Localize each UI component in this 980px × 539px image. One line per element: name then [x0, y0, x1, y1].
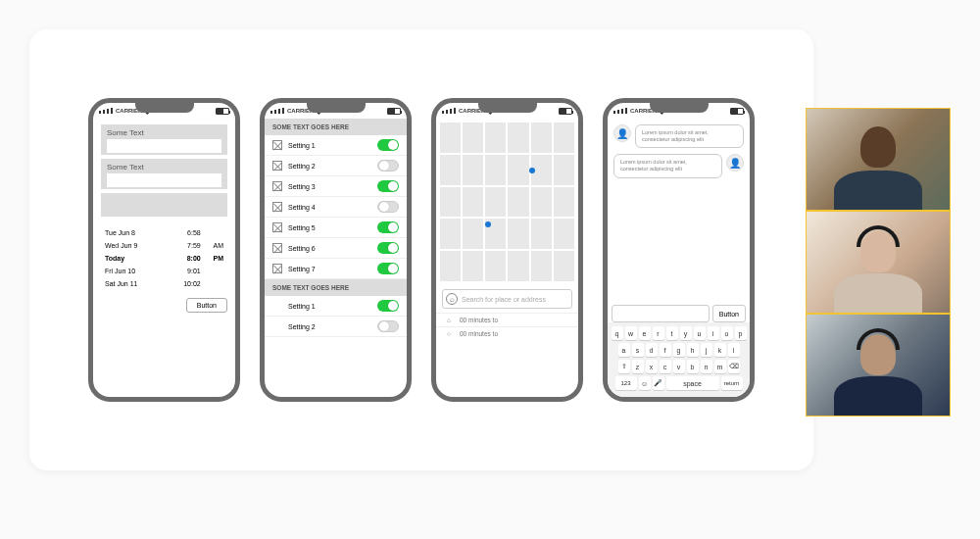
avatar-icon: 👤	[613, 124, 631, 142]
video-participant-tile[interactable]	[806, 211, 951, 314]
toggle-switch[interactable]	[377, 263, 399, 274]
key-q[interactable]: q	[612, 326, 623, 340]
key-o[interactable]: o	[721, 326, 733, 340]
battery-icon	[387, 108, 401, 115]
key-r[interactable]: r	[653, 326, 664, 340]
date-time-picker[interactable]: Tue Jun 86:58 Wed Jun 97:59AM Today8:00P…	[101, 226, 227, 290]
key-a[interactable]: a	[618, 343, 630, 357]
key-123[interactable]: 123	[615, 376, 637, 390]
phone-mockup-schedule: CARRIER⬙ Some Text Some Text Tue Jun 86:…	[88, 98, 240, 402]
map-pin[interactable]	[485, 221, 491, 227]
checkbox-icon[interactable]	[272, 140, 282, 150]
checkbox-icon[interactable]	[272, 264, 282, 273]
key-h[interactable]: h	[687, 343, 699, 357]
key-l[interactable]: l	[728, 343, 740, 357]
setting-row[interactable]: Setting 1	[265, 296, 407, 317]
toggle-switch[interactable]	[377, 221, 399, 233]
key-p[interactable]: p	[735, 326, 747, 340]
search-icon: ⌕	[446, 293, 458, 305]
toggle-switch[interactable]	[377, 160, 399, 172]
setting-label: Setting 5	[288, 224, 377, 231]
setting-row[interactable]: Setting 3	[265, 176, 407, 197]
wireframe-card: CARRIER⬙ Some Text Some Text Tue Jun 86:…	[29, 29, 813, 470]
section-header: SOME TEXT GOES HERE	[265, 279, 407, 296]
message-bubble: Lorem ipsum dolor sit amet, consectetur …	[613, 154, 722, 177]
text-field-1[interactable]: Some Text	[101, 124, 227, 155]
setting-label: Setting 1	[288, 142, 377, 149]
key-x[interactable]: x	[646, 360, 658, 373]
key-u[interactable]: u	[694, 326, 706, 340]
checkbox-icon[interactable]	[272, 161, 282, 171]
avatar-icon: 👤	[726, 154, 744, 172]
key-g[interactable]: g	[673, 343, 685, 357]
map-pin[interactable]	[529, 168, 535, 173]
send-button[interactable]: Button	[712, 305, 746, 322]
key-t[interactable]: t	[666, 326, 678, 340]
toggle-switch[interactable]	[377, 180, 399, 192]
text-field-2[interactable]: Some Text	[101, 159, 227, 189]
setting-label: Setting 4	[288, 204, 377, 211]
setting-row[interactable]: Setting 4	[265, 197, 407, 218]
key-z[interactable]: z	[632, 360, 644, 373]
destination-home[interactable]: ⌂00 minutes to	[436, 313, 578, 326]
key-w[interactable]: w	[625, 326, 637, 340]
key-i[interactable]: i	[708, 326, 719, 340]
key-n[interactable]: n	[701, 360, 712, 373]
key-space[interactable]: space	[666, 376, 719, 390]
key-⌫[interactable]: ⌫	[728, 360, 740, 373]
key-v[interactable]: v	[673, 360, 685, 373]
setting-row[interactable]: Setting 5	[265, 218, 407, 238]
message-input[interactable]	[612, 305, 710, 322]
setting-row[interactable]: Setting 1	[265, 135, 407, 156]
section-header: SOME TEXT GOES HERE	[265, 119, 407, 135]
key-y[interactable]: y	[680, 326, 692, 340]
submit-button[interactable]: Button	[186, 298, 227, 313]
toggle-switch[interactable]	[377, 201, 399, 213]
key-d[interactable]: d	[646, 343, 658, 357]
map-view[interactable]	[436, 119, 578, 285]
key-m[interactable]: m	[714, 360, 726, 373]
key-⇧[interactable]: ⇧	[618, 360, 630, 373]
phone-notch	[650, 103, 709, 113]
key-e[interactable]: e	[639, 326, 651, 340]
picker-row-selected[interactable]: Today8:00PM	[105, 252, 223, 265]
checkbox-icon[interactable]	[272, 243, 282, 253]
setting-row[interactable]: Setting 2	[265, 317, 407, 337]
key-k[interactable]: k	[714, 343, 726, 357]
picker-row[interactable]: Fri Jun 109:01	[105, 265, 223, 277]
setting-row[interactable]: Setting 6	[265, 238, 407, 259]
content-block	[101, 193, 227, 217]
picker-row[interactable]: Tue Jun 86:58	[105, 226, 223, 239]
setting-label: Setting 1	[288, 303, 377, 310]
setting-row[interactable]: Setting 2	[265, 156, 407, 176]
checkbox-icon[interactable]	[272, 222, 282, 232]
picker-row[interactable]: Wed Jun 97:59AM	[105, 239, 223, 252]
setting-label: Setting 7	[288, 266, 377, 272]
key-b[interactable]: b	[687, 360, 699, 373]
toggle-switch[interactable]	[377, 300, 399, 312]
key-c[interactable]: c	[660, 360, 671, 373]
battery-icon	[216, 108, 229, 115]
video-participant-tile[interactable]	[806, 108, 951, 211]
signal-icon	[442, 108, 456, 114]
key-j[interactable]: j	[701, 343, 712, 357]
setting-row[interactable]: Setting 7	[265, 259, 407, 279]
key-mic[interactable]: 🎤	[653, 376, 664, 390]
destination-other[interactable]: ○00 minutes to	[436, 326, 578, 340]
toggle-switch[interactable]	[377, 242, 399, 254]
checkbox-icon[interactable]	[272, 181, 282, 191]
toggle-switch[interactable]	[377, 320, 399, 332]
key-emoji[interactable]: ☺	[639, 376, 651, 390]
key-s[interactable]: s	[632, 343, 644, 357]
checkbox-icon[interactable]	[272, 202, 282, 212]
setting-label: Setting 3	[288, 183, 377, 190]
chat-message-received: 👤 Lorem ipsum dolor sit amet, consectetu…	[608, 119, 750, 148]
setting-label: Setting 2	[288, 163, 377, 170]
keyboard[interactable]: qwertyuiop asdfghjkl ⇧zxcvbnm⌫ 123 ☺ 🎤 s…	[608, 322, 750, 397]
video-participant-tile[interactable]	[806, 314, 951, 416]
key-f[interactable]: f	[660, 343, 671, 357]
map-search-input[interactable]: ⌕ Search for place or address	[442, 289, 572, 309]
picker-row[interactable]: Sat Jun 1110:02	[105, 277, 223, 290]
toggle-switch[interactable]	[377, 139, 399, 151]
key-return[interactable]: return	[721, 376, 743, 390]
